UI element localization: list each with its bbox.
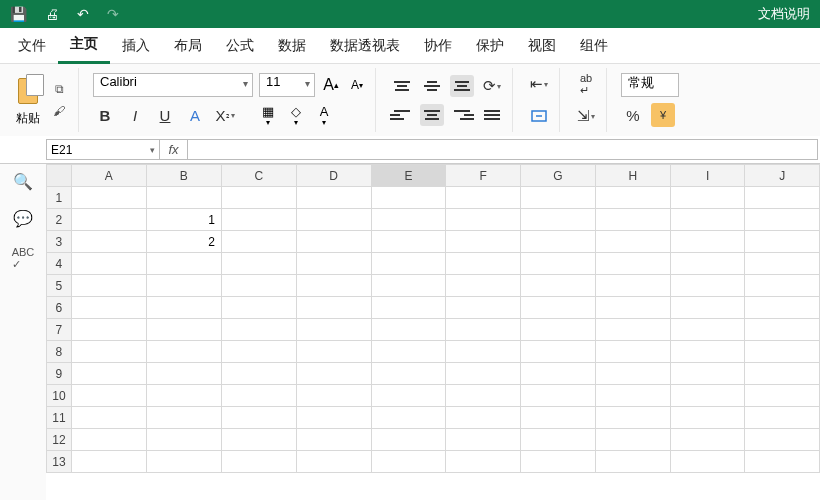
cell-B13[interactable]	[146, 451, 221, 473]
cell-B11[interactable]	[146, 407, 221, 429]
cell-J2[interactable]	[745, 209, 820, 231]
cell-B6[interactable]	[146, 297, 221, 319]
cell-I8[interactable]	[670, 341, 745, 363]
number-format-select[interactable]: 常规	[621, 73, 679, 97]
cell-H10[interactable]	[595, 385, 670, 407]
cell-F2[interactable]	[446, 209, 521, 231]
cell-E9[interactable]	[371, 363, 446, 385]
cell-E5[interactable]	[371, 275, 446, 297]
cell-H8[interactable]	[595, 341, 670, 363]
cell-D12[interactable]	[296, 429, 371, 451]
cell-G8[interactable]	[521, 341, 596, 363]
menu-tab-2[interactable]: 插入	[110, 29, 162, 63]
cell-D10[interactable]	[296, 385, 371, 407]
cell-I4[interactable]	[670, 253, 745, 275]
search-icon[interactable]: 🔍	[13, 172, 33, 191]
font-effects-button[interactable]: A	[183, 103, 207, 127]
fx-icon[interactable]: fx	[160, 139, 188, 160]
cell-B4[interactable]	[146, 253, 221, 275]
cell-H11[interactable]	[595, 407, 670, 429]
cell-A4[interactable]	[71, 253, 146, 275]
print-icon[interactable]: 🖨	[45, 6, 59, 22]
cell-D3[interactable]	[296, 231, 371, 253]
cell-A7[interactable]	[71, 319, 146, 341]
cell-J9[interactable]	[745, 363, 820, 385]
menu-tab-3[interactable]: 布局	[162, 29, 214, 63]
cell-I5[interactable]	[670, 275, 745, 297]
cell-B3[interactable]: 2	[146, 231, 221, 253]
row-header-2[interactable]: 2	[47, 209, 72, 231]
row-header-8[interactable]: 8	[47, 341, 72, 363]
align-middle-icon[interactable]	[420, 75, 444, 97]
align-center-icon[interactable]	[420, 104, 444, 126]
cell-C12[interactable]	[221, 429, 296, 451]
cell-I1[interactable]	[670, 187, 745, 209]
cell-B10[interactable]	[146, 385, 221, 407]
cell-B7[interactable]	[146, 319, 221, 341]
cell-G3[interactable]	[521, 231, 596, 253]
cell-G7[interactable]	[521, 319, 596, 341]
underline-button[interactable]: U	[153, 103, 177, 127]
cell-F3[interactable]	[446, 231, 521, 253]
cell-C6[interactable]	[221, 297, 296, 319]
cell-I13[interactable]	[670, 451, 745, 473]
cell-D2[interactable]	[296, 209, 371, 231]
italic-button[interactable]: I	[123, 103, 147, 127]
cell-D7[interactable]	[296, 319, 371, 341]
cell-F1[interactable]	[446, 187, 521, 209]
col-header-E[interactable]: E	[371, 165, 446, 187]
undo-icon[interactable]: ↶	[77, 6, 89, 22]
col-header-H[interactable]: H	[595, 165, 670, 187]
row-header-13[interactable]: 13	[47, 451, 72, 473]
cell-F5[interactable]	[446, 275, 521, 297]
cell-J10[interactable]	[745, 385, 820, 407]
menu-tab-5[interactable]: 数据	[266, 29, 318, 63]
cell-G13[interactable]	[521, 451, 596, 473]
menu-tab-10[interactable]: 组件	[568, 29, 620, 63]
cell-J8[interactable]	[745, 341, 820, 363]
cell-B1[interactable]	[146, 187, 221, 209]
formula-input[interactable]	[188, 139, 818, 160]
spellcheck-icon[interactable]: ABC✓	[12, 246, 35, 271]
cell-D11[interactable]	[296, 407, 371, 429]
cell-C7[interactable]	[221, 319, 296, 341]
col-header-G[interactable]: G	[521, 165, 596, 187]
align-left-icon[interactable]	[390, 104, 414, 126]
cell-I6[interactable]	[670, 297, 745, 319]
cell-D8[interactable]	[296, 341, 371, 363]
merge-cells-icon[interactable]	[527, 104, 551, 128]
cell-E6[interactable]	[371, 297, 446, 319]
cell-E1[interactable]	[371, 187, 446, 209]
row-header-9[interactable]: 9	[47, 363, 72, 385]
menu-tab-9[interactable]: 视图	[516, 29, 568, 63]
cell-E10[interactable]	[371, 385, 446, 407]
strikethrough-button[interactable]: X₂▾	[213, 103, 237, 127]
cell-I10[interactable]	[670, 385, 745, 407]
cell-C10[interactable]	[221, 385, 296, 407]
menu-tab-1[interactable]: 主页	[58, 27, 110, 64]
cell-H12[interactable]	[595, 429, 670, 451]
cell-J5[interactable]	[745, 275, 820, 297]
increase-font-icon[interactable]: A▴	[321, 74, 341, 96]
cell-E7[interactable]	[371, 319, 446, 341]
cell-C9[interactable]	[221, 363, 296, 385]
paste-icon[interactable]	[16, 74, 42, 104]
cell-F9[interactable]	[446, 363, 521, 385]
cell-G10[interactable]	[521, 385, 596, 407]
cell-A11[interactable]	[71, 407, 146, 429]
cell-D6[interactable]	[296, 297, 371, 319]
cell-I11[interactable]	[670, 407, 745, 429]
cell-E11[interactable]	[371, 407, 446, 429]
decrease-indent-icon[interactable]: ⇤▾	[527, 72, 551, 96]
menu-tab-6[interactable]: 数据透视表	[318, 29, 412, 63]
cell-G12[interactable]	[521, 429, 596, 451]
cell-C3[interactable]	[221, 231, 296, 253]
bold-button[interactable]: B	[93, 103, 117, 127]
align-top-icon[interactable]	[390, 75, 414, 97]
currency-icon[interactable]: ¥	[651, 103, 675, 127]
row-header-4[interactable]: 4	[47, 253, 72, 275]
cell-J12[interactable]	[745, 429, 820, 451]
cell-B8[interactable]	[146, 341, 221, 363]
save-icon[interactable]: 💾	[10, 6, 27, 22]
row-header-1[interactable]: 1	[47, 187, 72, 209]
